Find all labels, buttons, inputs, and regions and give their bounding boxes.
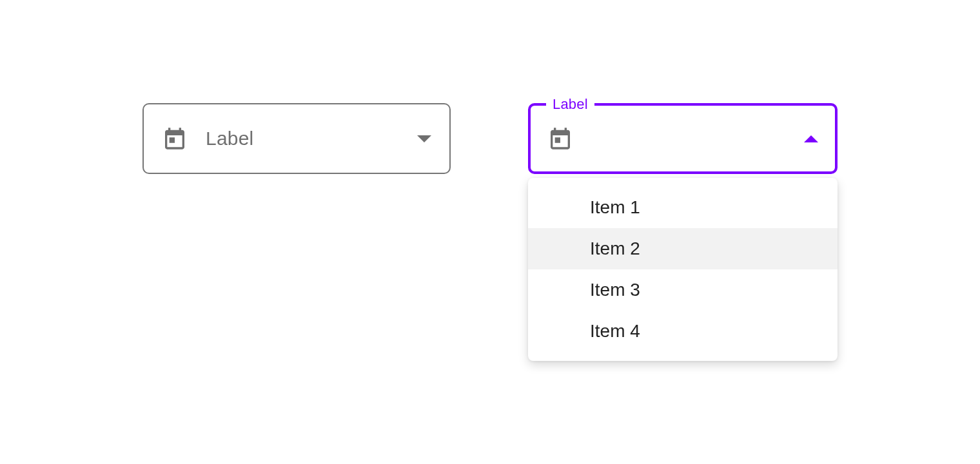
menu-item-label: Item 1 xyxy=(590,197,640,218)
menu-item-label: Item 2 xyxy=(590,238,640,259)
menu-item[interactable]: Item 3 xyxy=(528,269,838,311)
select-placeholder: Label xyxy=(206,128,417,150)
select-floating-label: Label xyxy=(546,96,594,113)
select-open[interactable]: Label xyxy=(528,103,838,174)
calendar-icon xyxy=(547,126,573,151)
select-menu: Item 1 Item 2 Item 3 Item 4 xyxy=(528,178,838,361)
menu-item[interactable]: Item 4 xyxy=(528,311,838,352)
menu-item-label: Item 3 xyxy=(590,280,640,300)
calendar-icon xyxy=(162,126,188,151)
menu-item-label: Item 4 xyxy=(590,321,640,342)
chevron-up-icon xyxy=(804,135,818,142)
select-closed[interactable]: Label xyxy=(142,103,451,174)
menu-item[interactable]: Item 2 xyxy=(528,228,838,269)
menu-item[interactable]: Item 1 xyxy=(528,187,838,228)
chevron-down-icon xyxy=(417,135,431,142)
